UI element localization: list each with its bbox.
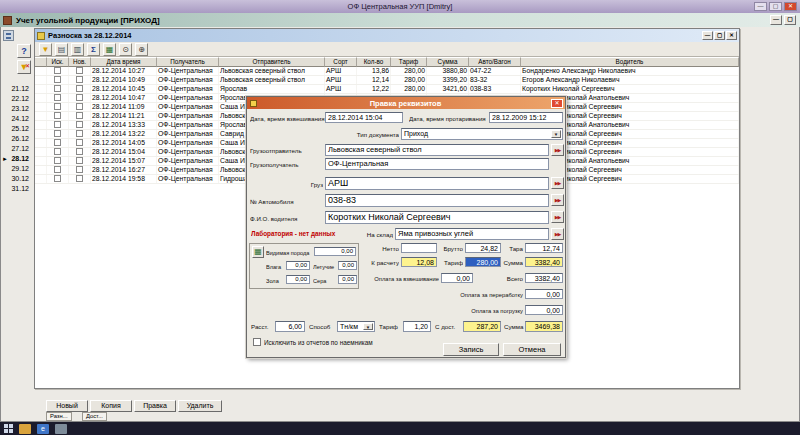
- calc-input[interactable]: 12,08: [401, 257, 437, 267]
- file-explorer-icon[interactable]: [19, 424, 31, 434]
- new-checkbox[interactable]: [76, 76, 83, 83]
- brutto-input[interactable]: 24,82: [465, 243, 501, 253]
- new-checkbox[interactable]: [76, 103, 83, 110]
- excluded-checkbox[interactable]: [54, 112, 61, 119]
- new-checkbox[interactable]: [76, 175, 83, 182]
- excluded-checkbox[interactable]: [54, 76, 61, 83]
- date-item[interactable]: 24.12: [1, 114, 33, 124]
- tab-dostavka[interactable]: Дост...: [82, 412, 107, 421]
- date-item[interactable]: ►28.12: [1, 154, 33, 164]
- table-row[interactable]: 28.12.2014 10:27 ОФ-Центральная Львовска…: [35, 67, 739, 76]
- shipper-input[interactable]: Львовская северный ствол: [325, 144, 549, 156]
- col-sort[interactable]: Сорт: [325, 57, 357, 67]
- table-row[interactable]: 28.12.2014 10:49 ОФ-Центральная Львовска…: [35, 76, 739, 85]
- cancel-button[interactable]: Отмена: [503, 343, 561, 356]
- consignee-input[interactable]: ОФ-Центральная: [325, 158, 549, 170]
- ash-input[interactable]: 0,00: [286, 275, 310, 284]
- col-sender[interactable]: Отправитель: [219, 57, 325, 67]
- close-icon[interactable]: ✕: [726, 31, 737, 40]
- new-checkbox[interactable]: [76, 166, 83, 173]
- date-item[interactable]: 29.12: [1, 164, 33, 174]
- process-fee-input[interactable]: 0,00: [525, 289, 563, 299]
- delivery-sum-input[interactable]: 3469,38: [525, 321, 563, 332]
- date-item[interactable]: 30.12: [1, 174, 33, 184]
- date-item[interactable]: 23.12: [1, 104, 33, 114]
- visible-rock-input[interactable]: 0,00: [314, 247, 356, 256]
- with-delivery-input[interactable]: 287,20: [463, 321, 501, 332]
- excluded-checkbox[interactable]: [54, 148, 61, 155]
- excluded-checkbox[interactable]: [54, 67, 61, 74]
- new-checkbox[interactable]: [76, 94, 83, 101]
- tara-input[interactable]: 12,74: [525, 243, 563, 253]
- new-checkbox[interactable]: [76, 130, 83, 137]
- print-icon[interactable]: [55, 43, 68, 56]
- truck-lookup-button[interactable]: ▶▶: [551, 194, 564, 206]
- minimize-icon[interactable]: —: [770, 15, 782, 25]
- minimize-icon[interactable]: —: [702, 31, 713, 40]
- new-checkbox[interactable]: [76, 157, 83, 164]
- table-row[interactable]: 28.12.2014 10:45 ОФ-Центральная Ярослав …: [35, 85, 739, 94]
- copy-button[interactable]: Копия: [90, 400, 132, 412]
- save-button[interactable]: Запись: [443, 343, 499, 356]
- cargo-lookup-button[interactable]: ▶▶: [551, 177, 564, 189]
- excluded-checkbox[interactable]: [54, 166, 61, 173]
- tab-raznoska[interactable]: Разн...: [46, 412, 72, 421]
- filter-button[interactable]: ▼✕: [17, 60, 31, 74]
- col-vehicle[interactable]: Авто/Вагон: [469, 57, 521, 67]
- maximize-icon[interactable]: ▢: [769, 2, 782, 11]
- delete-button[interactable]: Удалить: [178, 400, 222, 412]
- sulfur-input[interactable]: 0,00: [338, 275, 357, 284]
- col-tariff[interactable]: Тариф: [391, 57, 427, 67]
- col-isk[interactable]: Иск.: [47, 57, 69, 67]
- maximize-icon[interactable]: ▢: [714, 31, 725, 40]
- warehouse-input[interactable]: Яма привозных углей: [395, 228, 549, 240]
- new-checkbox[interactable]: [76, 148, 83, 155]
- close-icon[interactable]: ✕: [784, 2, 797, 11]
- truck-input[interactable]: 038-83: [325, 194, 549, 207]
- col-driver[interactable]: Водитель: [521, 57, 739, 67]
- excluded-checkbox[interactable]: [54, 175, 61, 182]
- shipper-lookup-button[interactable]: ▶▶: [551, 144, 564, 156]
- new-checkbox[interactable]: [76, 67, 83, 74]
- moisture-input[interactable]: 0,00: [286, 261, 310, 270]
- col-qty[interactable]: Кол-во: [357, 57, 391, 67]
- date-item[interactable]: 25.12: [1, 124, 33, 134]
- load-fee-input[interactable]: 0,00: [525, 305, 563, 315]
- doc-type-select[interactable]: Приход ▼: [401, 128, 563, 140]
- zoom-icon[interactable]: [135, 43, 148, 56]
- weigh-datetime-input[interactable]: 28.12.2014 15:04: [325, 112, 403, 123]
- date-item[interactable]: 27.12: [1, 144, 33, 154]
- minimize-icon[interactable]: —: [754, 2, 767, 11]
- driver-name-input[interactable]: Коротких Николай Сергеевич: [325, 211, 549, 224]
- excluded-checkbox[interactable]: [54, 130, 61, 137]
- help-button[interactable]: ?: [17, 44, 31, 58]
- lab-grid-button[interactable]: ▦: [252, 246, 264, 258]
- col-datetime[interactable]: Дата время: [91, 57, 157, 67]
- date-item[interactable]: 26.12: [1, 134, 33, 144]
- preview-icon[interactable]: [71, 43, 84, 56]
- tare-datetime-input[interactable]: 28.12.2009 15:12: [489, 112, 563, 123]
- driver-lookup-button[interactable]: ▶▶: [551, 211, 564, 223]
- method-select[interactable]: Тн/км ▼: [337, 321, 375, 332]
- grid-icon[interactable]: [103, 43, 116, 56]
- tariff-input[interactable]: 280,00: [465, 257, 501, 267]
- start-button[interactable]: [4, 424, 13, 433]
- col-nov[interactable]: Нов.: [69, 57, 91, 67]
- app-icon[interactable]: [55, 424, 67, 434]
- exclude-checkbox[interactable]: [253, 338, 261, 346]
- col-receiver[interactable]: Получатель: [157, 57, 219, 67]
- new-checkbox[interactable]: [76, 85, 83, 92]
- new-checkbox[interactable]: [76, 112, 83, 119]
- delivery-tariff-input[interactable]: 1,20: [403, 321, 431, 332]
- sum-icon[interactable]: [87, 43, 100, 56]
- excluded-checkbox[interactable]: [54, 139, 61, 146]
- excluded-checkbox[interactable]: [54, 94, 61, 101]
- search-icon[interactable]: [119, 43, 132, 56]
- date-item[interactable]: 21.12: [1, 84, 33, 94]
- distance-input[interactable]: 6,00: [275, 321, 305, 332]
- excluded-checkbox[interactable]: [54, 103, 61, 110]
- restore-icon[interactable]: ▢: [784, 15, 796, 25]
- date-item[interactable]: 31.12: [1, 184, 33, 194]
- new-checkbox[interactable]: [76, 121, 83, 128]
- excluded-checkbox[interactable]: [54, 121, 61, 128]
